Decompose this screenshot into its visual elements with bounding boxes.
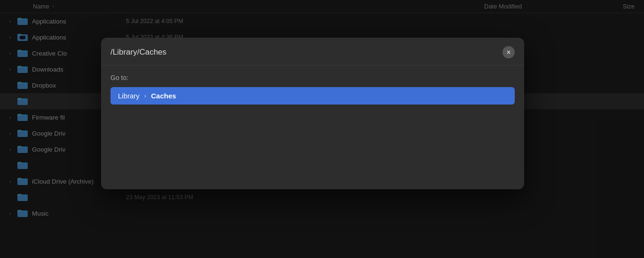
modal-body: Go to: Library › Caches xyxy=(101,65,524,189)
path-segment-library: Library xyxy=(118,92,140,100)
modal-empty-area xyxy=(110,105,515,180)
path-segment-caches: Caches xyxy=(151,92,176,100)
goto-modal: /Library/Caches × Go to: Library › Cache… xyxy=(101,38,524,189)
modal-title: /Library/Caches xyxy=(110,48,166,57)
modal-title-bar: /Library/Caches × xyxy=(101,38,524,65)
path-row[interactable]: Library › Caches xyxy=(110,87,515,105)
close-button[interactable]: × xyxy=(503,46,515,58)
path-arrow-icon: › xyxy=(144,92,146,99)
goto-label: Go to: xyxy=(110,74,515,81)
